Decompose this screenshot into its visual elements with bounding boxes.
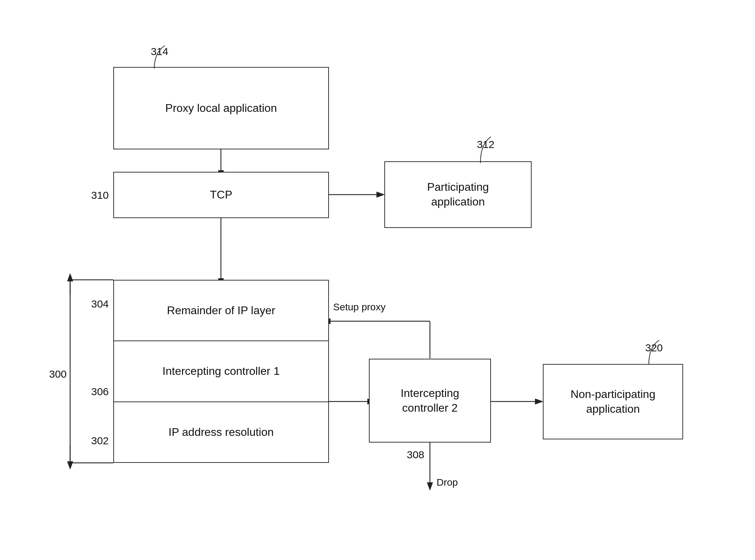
- ref-304: 304: [91, 298, 109, 310]
- ref-312: 312: [477, 139, 494, 150]
- svg-marker-5: [377, 192, 384, 197]
- drop-label: Drop: [437, 477, 458, 488]
- ip-addr-resolution-sublabel: IP address resolution: [114, 402, 328, 462]
- proxy-local-app-label: Proxy local application: [165, 101, 277, 116]
- diagram: Proxy local application 314 TCP 310 Part…: [0, 0, 755, 560]
- tcp-label: TCP: [210, 188, 232, 202]
- ref-314: 314: [151, 46, 168, 58]
- setup-proxy-label: Setup proxy: [333, 302, 385, 313]
- ref-306: 306: [91, 386, 109, 398]
- participating-app-label: Participating application: [427, 180, 489, 209]
- non-participating-app-label: Non-participating application: [571, 387, 655, 416]
- non-participating-app-box: Non-participating application: [543, 364, 683, 439]
- svg-marker-12: [535, 399, 543, 404]
- intercepting-ctrl2-box: Intercepting controller 2: [369, 359, 491, 443]
- participating-app-box: Participating application: [384, 161, 532, 228]
- ref-302: 302: [91, 435, 109, 447]
- proxy-local-app-box: Proxy local application: [113, 67, 329, 149]
- intercepting-ctrl2-label: Intercepting controller 2: [400, 386, 459, 415]
- ref-320: 320: [645, 342, 663, 354]
- intercepting-ctrl1-sublabel: Intercepting controller 1: [114, 341, 328, 402]
- svg-marker-18: [67, 461, 73, 469]
- ref-308: 308: [407, 449, 424, 461]
- svg-marker-16: [67, 274, 73, 281]
- remainder-ip-sublabel: Remainder of IP layer: [114, 281, 328, 341]
- ref-310: 310: [91, 189, 109, 201]
- tcp-box: TCP: [113, 172, 329, 218]
- ref-300: 300: [49, 368, 67, 380]
- group-300-box: Remainder of IP layer Intercepting contr…: [113, 280, 329, 463]
- svg-marker-14: [427, 483, 433, 490]
